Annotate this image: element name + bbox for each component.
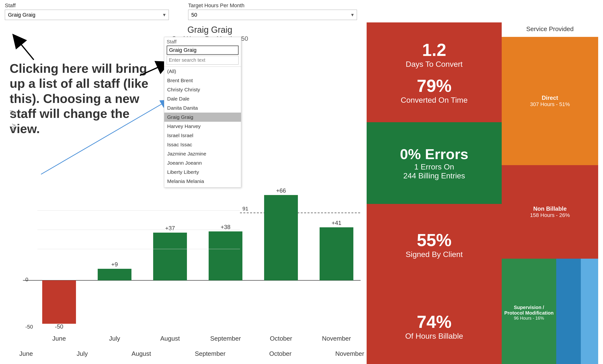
dropdown-item[interactable]: Brent Brent (164, 76, 241, 85)
dropdown-item[interactable]: Dale Dale (164, 94, 241, 103)
svg-text:July: July (109, 335, 120, 342)
billable-label: Of Hours Billable (400, 332, 468, 341)
staff-select[interactable]: Graig Graig (5, 10, 169, 20)
month-november-bottom: November (335, 350, 364, 357)
supervision-label: Supervision / Protocol Modification (504, 305, 554, 316)
staff-section: Staff Graig Graig ▼ (5, 2, 169, 20)
svg-rect-5 (42, 280, 76, 324)
days-convert-value: 1.2 (422, 40, 446, 60)
dropdown-item[interactable]: Liberty Liberty (164, 168, 241, 177)
target-select[interactable]: 50 (188, 10, 357, 20)
chart-area: Graig Graig Goal Hours Per Month = 50 Cl… (5, 23, 367, 360)
service-nonbillable: Non Billable 158 Hours - 26% (502, 165, 598, 259)
svg-text:September: September (210, 335, 241, 342)
target-label: Target Hours Per Month (188, 2, 357, 9)
bar-chart-container: 0 -50 91 -50 June +9 July +37 August (19, 165, 364, 345)
dropdown-item[interactable]: (All) (164, 67, 241, 76)
days-convert-box: 1.2 Days To Convert 79% Converted On Tim… (367, 23, 502, 122)
converted-value: 79% (417, 76, 452, 96)
svg-text:0: 0 (25, 276, 28, 283)
svg-rect-14 (209, 231, 243, 280)
svg-text:October: October (270, 335, 292, 342)
direct-hours: 307 Hours - 51% (530, 101, 570, 108)
dropdown-item[interactable]: Graig Graig (164, 113, 241, 122)
days-convert-label: Days To Convert (401, 60, 467, 69)
target-select-wrapper[interactable]: 50 ▼ (188, 10, 357, 20)
stats-left: 1.2 Days To Convert 79% Converted On Tim… (367, 23, 502, 364)
dropdown-header: Staff Graig Graig (164, 37, 241, 67)
svg-text:June: June (52, 335, 66, 342)
service-blue (556, 259, 581, 364)
svg-rect-11 (153, 233, 187, 280)
billable-box: 74% Of Hours Billable (367, 285, 502, 364)
dropdown-item[interactable]: Israel Israel (164, 131, 241, 140)
month-october-bottom: October (269, 350, 292, 357)
billable-value: 74% (417, 312, 452, 332)
svg-text:+66: +66 (276, 187, 286, 194)
dropdown-item[interactable]: Harvey Harvey (164, 122, 241, 131)
supervision-hours: 96 Hours - 16% (514, 316, 544, 321)
nonbillable-label: Non Billable (533, 205, 567, 212)
dropdown-item[interactable]: Melania Melania (164, 177, 241, 186)
dropdown-staff-label: Staff (167, 39, 239, 45)
dropdown-item[interactable]: Danita Danita (164, 103, 241, 113)
converted-label: Converted On Time (396, 96, 472, 105)
annotation-text: Clicking here will bring up a list of al… (10, 61, 150, 136)
svg-rect-17 (264, 195, 298, 280)
staff-dropdown: Staff Graig Graig (All)Brent BrentChrist… (164, 37, 241, 188)
dropdown-list: (All)Brent BrentChristy ChristyDale Dale… (164, 67, 241, 187)
month-september-bottom: September (195, 350, 226, 357)
stats-area: 1.2 Days To Convert 79% Converted On Tim… (367, 23, 598, 364)
signed-value: 55% (417, 230, 452, 250)
dropdown-selected: Graig Graig (167, 46, 239, 55)
service-bottom-row: Supervision / Protocol Modification 96 H… (502, 259, 598, 364)
svg-text:August: August (160, 335, 180, 342)
service-direct: Direct 307 Hours - 51% (502, 37, 598, 165)
svg-text:+38: +38 (221, 224, 231, 230)
staff-label: Staff (5, 2, 169, 9)
errors-sub: 1 Errors On244 Billing Entries (398, 162, 470, 180)
y-axis-ta-label: Ta (10, 109, 16, 117)
dropdown-item[interactable]: Issac Issac (164, 140, 241, 149)
svg-rect-8 (98, 269, 131, 280)
errors-value: 0% Errors (400, 146, 468, 162)
svg-text:+37: +37 (165, 225, 175, 231)
svg-text:-50: -50 (55, 323, 63, 330)
search-input[interactable] (167, 56, 239, 65)
target-section: Target Hours Per Month 50 ▼ (188, 2, 357, 20)
svg-text:November: November (322, 335, 351, 342)
svg-text:+41: +41 (332, 220, 342, 226)
svg-text:91: 91 (243, 206, 248, 212)
chart-staff-name: Graig Graig (53, 25, 367, 35)
top-bar: Staff Graig Graig ▼ Target Hours Per Mon… (0, 0, 603, 23)
signed-box: 55% Signed By Client (367, 204, 502, 286)
main-content: Graig Graig Goal Hours Per Month = 50 Cl… (0, 23, 603, 364)
month-june-bottom: June (19, 350, 33, 357)
svg-text:+9: +9 (111, 261, 118, 268)
svg-line-26 (17, 39, 34, 60)
month-august-bottom: August (131, 350, 151, 357)
direct-label: Direct (542, 94, 558, 101)
stats-right: Service Provided Direct 307 Hours - 51% … (502, 23, 598, 364)
service-supervision: Supervision / Protocol Modification 96 H… (502, 259, 556, 364)
svg-rect-20 (320, 227, 353, 280)
dropdown-item[interactable]: Joeann Joeann (164, 158, 241, 168)
dropdown-item[interactable]: Nery Nery (164, 186, 241, 187)
bar-chart-svg: 0 -50 91 -50 June +9 July +37 August (19, 165, 364, 345)
month-july-bottom: July (77, 350, 88, 357)
svg-text:-50: -50 (25, 324, 33, 330)
nonbillable-hours: 158 Hours - 26% (530, 212, 570, 218)
month-labels-bottom: June July August September October Novem… (19, 350, 364, 357)
y-axis-av-label: Av (10, 124, 17, 131)
signed-label: Signed By Client (401, 250, 468, 259)
service-teal (581, 259, 598, 364)
dropdown-item[interactable]: Christy Christy (164, 85, 241, 94)
dropdown-item[interactable]: Jazmine Jazmine (164, 149, 241, 158)
errors-box: 0% Errors 1 Errors On244 Billing Entries (367, 122, 502, 204)
service-header: Service Provided (502, 23, 598, 37)
staff-select-wrapper[interactable]: Graig Graig ▼ (5, 10, 169, 20)
